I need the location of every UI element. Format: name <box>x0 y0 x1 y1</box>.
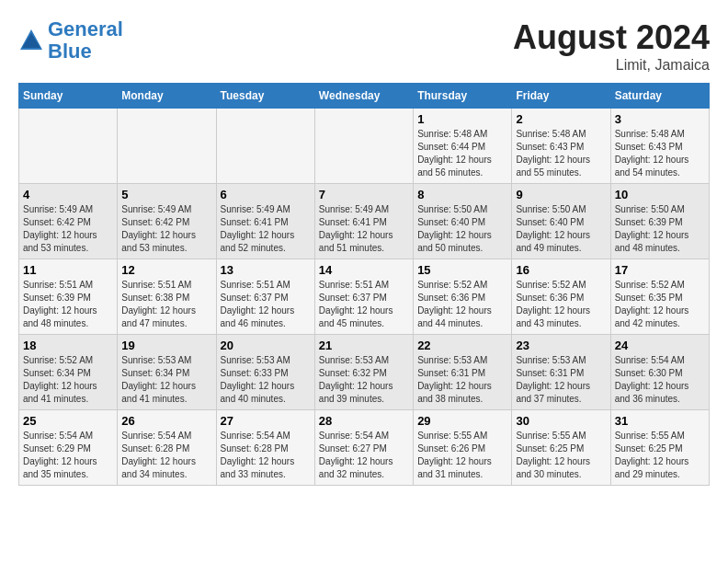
logo-line2: Blue <box>48 40 92 63</box>
day-number: 25 <box>23 414 113 428</box>
day-number: 12 <box>121 263 211 277</box>
page-header: General Blue August 2024 Limit, Jamaica <box>18 18 710 74</box>
calendar-day-cell: 17Sunrise: 5:52 AM Sunset: 6:35 PM Dayli… <box>610 259 709 335</box>
day-info: Sunrise: 5:55 AM Sunset: 6:25 PM Dayligh… <box>615 430 705 481</box>
day-info: Sunrise: 5:49 AM Sunset: 6:41 PM Dayligh… <box>221 203 311 255</box>
calendar-day-cell: 20Sunrise: 5:53 AM Sunset: 6:33 PM Dayli… <box>216 335 314 410</box>
day-number: 22 <box>417 339 507 352</box>
day-info: Sunrise: 5:50 AM Sunset: 6:39 PM Dayligh… <box>615 203 705 255</box>
day-info: Sunrise: 5:52 AM Sunset: 6:36 PM Dayligh… <box>417 279 507 330</box>
day-info: Sunrise: 5:51 AM Sunset: 6:37 PM Dayligh… <box>221 279 311 330</box>
day-number: 27 <box>221 414 311 428</box>
calendar-day-cell: 3Sunrise: 5:48 AM Sunset: 6:43 PM Daylig… <box>610 109 709 184</box>
calendar-week-row: 25Sunrise: 5:54 AM Sunset: 6:29 PM Dayli… <box>19 410 710 486</box>
calendar-day-cell: 29Sunrise: 5:55 AM Sunset: 6:26 PM Dayli… <box>414 410 512 486</box>
day-number: 2 <box>516 112 606 126</box>
logo-icon <box>18 28 44 53</box>
day-info: Sunrise: 5:52 AM Sunset: 6:36 PM Dayligh… <box>516 279 606 330</box>
logo-text: General Blue <box>48 18 123 63</box>
day-info: Sunrise: 5:55 AM Sunset: 6:26 PM Dayligh… <box>417 430 507 481</box>
calendar-day-cell: 2Sunrise: 5:48 AM Sunset: 6:43 PM Daylig… <box>512 109 610 184</box>
calendar-day-cell: 18Sunrise: 5:52 AM Sunset: 6:34 PM Dayli… <box>19 335 118 410</box>
calendar-table: SundayMondayTuesdayWednesdayThursdayFrid… <box>18 83 710 486</box>
weekday-header: Saturday <box>610 84 709 109</box>
day-number: 3 <box>615 112 705 126</box>
calendar-day-cell: 30Sunrise: 5:55 AM Sunset: 6:25 PM Dayli… <box>512 410 610 486</box>
calendar-day-cell: 13Sunrise: 5:51 AM Sunset: 6:37 PM Dayli… <box>216 259 314 335</box>
weekday-header: Friday <box>512 84 610 109</box>
weekday-header-row: SundayMondayTuesdayWednesdayThursdayFrid… <box>19 84 710 109</box>
weekday-header: Wednesday <box>314 84 413 109</box>
day-info: Sunrise: 5:54 AM Sunset: 6:30 PM Dayligh… <box>615 354 705 406</box>
svg-marker-1 <box>22 33 40 48</box>
day-number: 16 <box>516 263 606 277</box>
day-info: Sunrise: 5:51 AM Sunset: 6:38 PM Dayligh… <box>121 279 211 330</box>
calendar-day-cell: 9Sunrise: 5:50 AM Sunset: 6:40 PM Daylig… <box>512 184 610 259</box>
calendar-day-cell <box>118 109 216 184</box>
logo: General Blue <box>18 18 123 63</box>
day-info: Sunrise: 5:54 AM Sunset: 6:28 PM Dayligh… <box>121 430 211 481</box>
calendar-day-cell <box>19 109 118 184</box>
calendar-week-row: 11Sunrise: 5:51 AM Sunset: 6:39 PM Dayli… <box>19 259 710 335</box>
day-number: 18 <box>23 339 113 352</box>
day-info: Sunrise: 5:53 AM Sunset: 6:32 PM Dayligh… <box>319 354 409 406</box>
day-number: 13 <box>221 263 311 277</box>
day-info: Sunrise: 5:53 AM Sunset: 6:31 PM Dayligh… <box>417 354 507 406</box>
calendar-day-cell: 14Sunrise: 5:51 AM Sunset: 6:37 PM Dayli… <box>314 259 413 335</box>
day-number: 20 <box>221 339 311 352</box>
day-number: 26 <box>121 414 211 428</box>
calendar-day-cell: 23Sunrise: 5:53 AM Sunset: 6:31 PM Dayli… <box>512 335 610 410</box>
day-info: Sunrise: 5:51 AM Sunset: 6:37 PM Dayligh… <box>319 279 409 330</box>
day-number: 21 <box>319 339 409 352</box>
calendar-day-cell: 28Sunrise: 5:54 AM Sunset: 6:27 PM Dayli… <box>314 410 413 486</box>
calendar-day-cell: 11Sunrise: 5:51 AM Sunset: 6:39 PM Dayli… <box>19 259 118 335</box>
day-info: Sunrise: 5:49 AM Sunset: 6:41 PM Dayligh… <box>319 203 409 255</box>
day-info: Sunrise: 5:52 AM Sunset: 6:34 PM Dayligh… <box>23 354 113 406</box>
day-info: Sunrise: 5:48 AM Sunset: 6:43 PM Dayligh… <box>516 128 606 179</box>
day-info: Sunrise: 5:53 AM Sunset: 6:33 PM Dayligh… <box>221 354 311 406</box>
calendar-day-cell: 10Sunrise: 5:50 AM Sunset: 6:39 PM Dayli… <box>610 184 709 259</box>
calendar-day-cell: 7Sunrise: 5:49 AM Sunset: 6:41 PM Daylig… <box>314 184 413 259</box>
weekday-header: Sunday <box>19 84 118 109</box>
calendar-day-cell: 19Sunrise: 5:53 AM Sunset: 6:34 PM Dayli… <box>118 335 216 410</box>
weekday-header: Monday <box>118 84 216 109</box>
day-number: 30 <box>516 414 606 428</box>
day-info: Sunrise: 5:49 AM Sunset: 6:42 PM Dayligh… <box>23 203 113 255</box>
calendar-day-cell: 4Sunrise: 5:49 AM Sunset: 6:42 PM Daylig… <box>19 184 118 259</box>
calendar-day-cell: 31Sunrise: 5:55 AM Sunset: 6:25 PM Dayli… <box>610 410 709 486</box>
calendar-week-row: 1Sunrise: 5:48 AM Sunset: 6:44 PM Daylig… <box>19 109 710 184</box>
day-info: Sunrise: 5:48 AM Sunset: 6:43 PM Dayligh… <box>615 128 705 179</box>
logo-line1: General <box>48 17 123 40</box>
day-number: 6 <box>221 188 311 201</box>
calendar-day-cell: 22Sunrise: 5:53 AM Sunset: 6:31 PM Dayli… <box>414 335 512 410</box>
day-info: Sunrise: 5:51 AM Sunset: 6:39 PM Dayligh… <box>23 279 113 330</box>
day-info: Sunrise: 5:50 AM Sunset: 6:40 PM Dayligh… <box>417 203 507 255</box>
calendar-day-cell: 25Sunrise: 5:54 AM Sunset: 6:29 PM Dayli… <box>19 410 118 486</box>
day-info: Sunrise: 5:53 AM Sunset: 6:31 PM Dayligh… <box>516 354 606 406</box>
day-number: 9 <box>516 188 606 201</box>
calendar-day-cell: 21Sunrise: 5:53 AM Sunset: 6:32 PM Dayli… <box>314 335 413 410</box>
day-number: 28 <box>319 414 409 428</box>
day-info: Sunrise: 5:49 AM Sunset: 6:42 PM Dayligh… <box>121 203 211 255</box>
calendar-day-cell: 26Sunrise: 5:54 AM Sunset: 6:28 PM Dayli… <box>118 410 216 486</box>
day-number: 19 <box>121 339 211 352</box>
day-info: Sunrise: 5:48 AM Sunset: 6:44 PM Dayligh… <box>417 128 507 179</box>
day-info: Sunrise: 5:50 AM Sunset: 6:40 PM Dayligh… <box>516 203 606 255</box>
calendar-day-cell: 15Sunrise: 5:52 AM Sunset: 6:36 PM Dayli… <box>414 259 512 335</box>
day-number: 24 <box>615 339 705 352</box>
calendar-day-cell <box>216 109 314 184</box>
day-number: 29 <box>417 414 507 428</box>
day-number: 10 <box>615 188 705 201</box>
day-info: Sunrise: 5:54 AM Sunset: 6:29 PM Dayligh… <box>23 430 113 481</box>
weekday-header: Thursday <box>414 84 512 109</box>
month-year: August 2024 <box>513 18 710 57</box>
calendar-day-cell: 8Sunrise: 5:50 AM Sunset: 6:40 PM Daylig… <box>414 184 512 259</box>
weekday-header: Tuesday <box>216 84 314 109</box>
day-number: 14 <box>319 263 409 277</box>
title-area: August 2024 Limit, Jamaica <box>513 18 710 74</box>
calendar-day-cell: 16Sunrise: 5:52 AM Sunset: 6:36 PM Dayli… <box>512 259 610 335</box>
day-info: Sunrise: 5:52 AM Sunset: 6:35 PM Dayligh… <box>615 279 705 330</box>
calendar-day-cell: 27Sunrise: 5:54 AM Sunset: 6:28 PM Dayli… <box>216 410 314 486</box>
calendar-day-cell <box>314 109 413 184</box>
day-number: 5 <box>121 188 211 201</box>
